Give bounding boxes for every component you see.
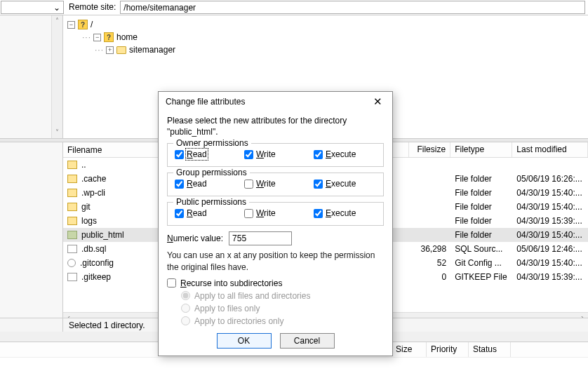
col-modified[interactable]: Last modified <box>512 142 588 157</box>
group-write-checkbox[interactable]: Write <box>244 179 307 189</box>
col-filesize[interactable]: Filesize <box>409 142 450 157</box>
file-icon <box>67 161 77 169</box>
file-modified: 04/30/19 15:40:... <box>512 188 588 198</box>
file-icon <box>67 245 77 253</box>
file-name: git <box>81 202 91 212</box>
col-status[interactable]: Status <box>469 342 511 357</box>
queue-pane <box>0 357 588 392</box>
scroll-right-icon[interactable]: › <box>577 313 588 318</box>
file-type: File folder <box>450 216 512 226</box>
tree-sitemanager[interactable]: ··· + sitemanager <box>67 43 584 56</box>
public-legend: Public permissions <box>173 197 249 207</box>
recurse-checkbox[interactable] <box>167 278 176 288</box>
owner-legend: Owner permissions <box>173 138 251 148</box>
file-icon <box>67 189 77 197</box>
public-permissions-group: Public permissions Read Write Execute <box>167 202 384 226</box>
public-execute-checkbox[interactable]: Execute <box>314 208 376 218</box>
owner-read-checkbox[interactable]: Read <box>175 149 237 159</box>
radio-files: Apply to files only <box>181 302 384 315</box>
file-size: 52 <box>409 258 450 268</box>
local-scrollbar[interactable]: ˄ ˅ <box>51 15 62 138</box>
file-icon <box>67 231 77 239</box>
file-modified: 04/30/19 15:40:... <box>512 258 588 268</box>
tree-label: sitemanager <box>129 45 175 55</box>
file-type: File folder <box>450 174 512 184</box>
remote-site-bar: ⌄ Remote site: <box>0 0 588 15</box>
question-folder-icon: ? <box>78 20 88 29</box>
file-icon <box>67 259 76 267</box>
local-file-pane <box>0 142 63 318</box>
radio-all: Apply to all files and directories <box>181 290 384 302</box>
file-size: 36,298 <box>409 244 450 254</box>
group-execute-checkbox[interactable]: Execute <box>314 179 376 189</box>
file-icon <box>67 175 77 183</box>
owner-permissions-group: Owner permissions Read Write Execute <box>167 143 384 167</box>
dialog-intro: Please select the new attributes for the… <box>167 115 384 137</box>
file-name: logs <box>81 216 97 226</box>
file-name: .db.sql <box>81 244 106 254</box>
cancel-button[interactable]: Cancel <box>280 333 335 349</box>
remote-path-input[interactable] <box>120 1 585 14</box>
public-read-checkbox[interactable]: Read <box>175 208 237 218</box>
owner-write-checkbox[interactable]: Write <box>244 149 307 159</box>
group-read-checkbox[interactable]: Read <box>175 179 237 189</box>
col-priority[interactable]: Priority <box>427 342 469 357</box>
file-name: .gitkeep <box>81 272 111 282</box>
collapse-icon[interactable]: − <box>93 34 101 41</box>
tree-connector-icon: ··· <box>95 45 104 55</box>
remote-site-label: Remote site: <box>65 0 120 15</box>
file-type: SQL Sourc... <box>450 244 512 254</box>
expand-icon[interactable]: + <box>106 46 114 54</box>
tree-home[interactable]: ··· − ? home <box>67 31 584 43</box>
col-size[interactable]: Size <box>392 342 427 357</box>
file-name: .cache <box>81 174 106 184</box>
file-modified: 04/30/19 15:39:... <box>512 272 588 282</box>
scroll-up-icon[interactable]: ˄ <box>52 15 62 27</box>
file-type: File folder <box>450 230 512 240</box>
scroll-left-icon[interactable]: ‹ <box>63 313 74 318</box>
radio-dirs: Apply to directories only <box>181 315 384 327</box>
group-permissions-group: Group permissions Read Write Execute <box>167 173 384 196</box>
chevron-down-icon: ⌄ <box>53 3 60 13</box>
numeric-label: Numeric value: <box>167 234 223 243</box>
file-type: GITKEEP File <box>450 272 512 282</box>
file-modified: 04/30/19 15:40:... <box>512 202 588 212</box>
file-modified: 04/30/19 15:40:... <box>512 230 588 240</box>
file-type: File folder <box>450 188 512 198</box>
folder-icon <box>116 45 126 55</box>
group-legend: Group permissions <box>173 168 250 177</box>
tree-label: / <box>91 20 93 29</box>
file-name: .wp-cli <box>81 188 105 198</box>
ok-button[interactable]: OK <box>217 333 272 349</box>
file-name: .. <box>81 160 86 170</box>
scroll-down-icon[interactable]: ˅ <box>52 127 62 138</box>
numeric-hint: You can use an x at any position to keep… <box>167 250 384 272</box>
file-size: 0 <box>409 272 450 282</box>
tree-root[interactable]: − ? / <box>67 18 584 31</box>
file-modified: 05/06/19 16:26:... <box>512 174 588 184</box>
collapse-icon[interactable]: − <box>67 21 75 29</box>
public-write-checkbox[interactable]: Write <box>244 208 307 218</box>
col-filetype[interactable]: Filetype <box>450 142 512 157</box>
local-tree-pane: ˄ ˅ <box>0 15 63 138</box>
recurse-label: Recurse into subdirectories <box>180 278 282 288</box>
close-button[interactable]: ✕ <box>370 96 385 107</box>
numeric-value-input[interactable] <box>229 231 292 245</box>
file-type: Git Config ... <box>450 258 512 268</box>
owner-execute-checkbox[interactable]: Execute <box>314 149 376 159</box>
tree-label: home <box>116 32 138 42</box>
question-folder-icon: ? <box>104 32 114 42</box>
dialog-title: Change file attributes <box>166 97 245 107</box>
status-text: Selected 1 directory. <box>63 319 151 332</box>
tree-connector-icon: ··· <box>82 32 91 42</box>
file-icon <box>67 217 77 225</box>
file-name: .gitconfig <box>80 258 114 268</box>
change-attributes-dialog: Change file attributes ✕ Please select t… <box>158 91 393 356</box>
local-site-dropdown[interactable]: ⌄ <box>1 1 64 14</box>
file-type: File folder <box>450 202 512 212</box>
file-icon <box>67 273 77 281</box>
file-modified: 05/06/19 12:46:... <box>512 244 588 254</box>
file-name: public_html <box>81 230 124 240</box>
file-modified: 04/30/19 15:39:... <box>512 216 588 226</box>
file-icon <box>67 203 77 211</box>
